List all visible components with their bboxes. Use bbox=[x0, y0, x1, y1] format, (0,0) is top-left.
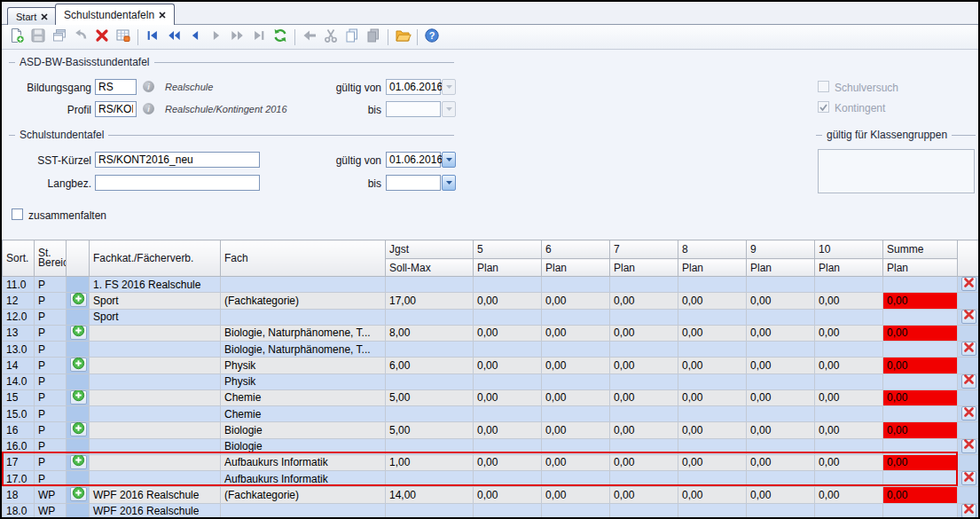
sst-bis-combo[interactable] bbox=[386, 175, 456, 191]
cell-plan-6[interactable]: 0,00 bbox=[542, 325, 610, 342]
subheader-soll-max[interactable]: Soll-Max bbox=[386, 259, 474, 277]
cell-plan-9[interactable]: 0,00 bbox=[747, 454, 815, 471]
cell-plan-5[interactable] bbox=[474, 277, 542, 293]
toolbar-cut-button[interactable] bbox=[320, 27, 341, 48]
chevron-down-icon[interactable] bbox=[442, 152, 456, 168]
cell-plan-6[interactable]: 0,00 bbox=[542, 293, 610, 310]
cell-plan-10[interactable] bbox=[815, 277, 883, 293]
cell-plan-7[interactable]: 0,00 bbox=[610, 325, 678, 342]
cell-plan-8[interactable]: 0,00 bbox=[678, 389, 747, 406]
cell-st-bereich[interactable]: WP bbox=[35, 487, 67, 504]
cell-st-bereich[interactable]: WP bbox=[35, 503, 67, 519]
cell-plan-6[interactable] bbox=[542, 374, 610, 389]
cell-soll-max[interactable]: 17,00 bbox=[386, 293, 474, 310]
zusammenfalten-checkbox[interactable] bbox=[12, 208, 23, 220]
delete-row-button[interactable] bbox=[961, 406, 976, 421]
cell-sort[interactable]: 15.0 bbox=[3, 406, 35, 422]
cell-fachkat[interactable] bbox=[90, 342, 221, 358]
cell-plan-5[interactable] bbox=[474, 309, 542, 325]
add-row-button[interactable] bbox=[70, 358, 87, 372]
cell-soll-max[interactable]: 14,00 bbox=[386, 487, 474, 504]
col-header-jg5[interactable]: 5 bbox=[474, 240, 542, 259]
cell-plan-6[interactable] bbox=[542, 309, 610, 325]
cell-plan-9[interactable] bbox=[747, 406, 815, 422]
toolbar-folder-button[interactable] bbox=[392, 27, 413, 48]
toolbar-go-back-button[interactable] bbox=[299, 27, 320, 48]
toolbar-refresh-button[interactable] bbox=[270, 27, 291, 48]
cell-plan-6[interactable]: 0,00 bbox=[542, 389, 610, 406]
profil-input[interactable] bbox=[95, 101, 137, 117]
cell-plan-9[interactable]: 0,00 bbox=[747, 422, 815, 439]
bildungsgang-input[interactable] bbox=[95, 79, 137, 95]
cell-fachkat[interactable]: 1. FS 2016 Realschule bbox=[90, 277, 221, 293]
cell-plan-9[interactable]: 0,00 bbox=[747, 325, 815, 342]
cell-sort[interactable]: 17 bbox=[3, 454, 35, 471]
cell-plan-9[interactable] bbox=[747, 342, 815, 358]
cell-st-bereich[interactable]: P bbox=[35, 422, 67, 439]
cell-plan-6[interactable]: 0,00 bbox=[542, 454, 610, 471]
col-header-jg8[interactable]: 8 bbox=[678, 240, 747, 259]
cell-summe[interactable]: 0,00 bbox=[883, 487, 958, 504]
cell-fachkat[interactable] bbox=[90, 438, 221, 454]
cell-plan-8[interactable]: 0,00 bbox=[678, 293, 747, 310]
chevron-down-icon[interactable] bbox=[442, 175, 456, 191]
chevron-down-icon[interactable] bbox=[442, 79, 456, 95]
cell-sort[interactable]: 14.0 bbox=[3, 374, 35, 389]
cell-soll-max[interactable]: 5,00 bbox=[386, 389, 474, 406]
cell-plan-7[interactable] bbox=[610, 406, 678, 422]
toolbar-nav-first-button[interactable] bbox=[142, 27, 163, 48]
cell-soll-max[interactable] bbox=[386, 438, 474, 454]
kontingent-checkbox[interactable] bbox=[818, 101, 829, 113]
cell-plan-7[interactable]: 0,00 bbox=[610, 454, 678, 471]
delete-row-button[interactable] bbox=[961, 310, 976, 324]
cell-st-bereich[interactable]: P bbox=[35, 374, 67, 389]
cell-sort[interactable]: 14 bbox=[3, 358, 35, 374]
cell-plan-8[interactable] bbox=[678, 438, 747, 454]
cell-summe[interactable]: 0,00 bbox=[883, 454, 958, 471]
cell-plan-10[interactable]: 0,00 bbox=[815, 454, 883, 471]
cell-plan-6[interactable] bbox=[542, 471, 610, 487]
cell-sort[interactable]: 18.0 bbox=[3, 503, 35, 519]
cell-plan-5[interactable]: 0,00 bbox=[474, 293, 542, 310]
add-row-button[interactable] bbox=[70, 455, 87, 469]
cell-plan-10[interactable]: 0,00 bbox=[815, 358, 883, 374]
cell-plan-7[interactable] bbox=[610, 374, 678, 389]
cell-fachkat[interactable] bbox=[90, 358, 221, 374]
cell-plan-10[interactable]: 0,00 bbox=[815, 422, 883, 439]
cell-plan-8[interactable] bbox=[678, 342, 747, 358]
cell-st-bereich[interactable]: P bbox=[35, 325, 67, 342]
cell-st-bereich[interactable]: P bbox=[35, 342, 67, 358]
toolbar-nav-fast-forward-button[interactable] bbox=[227, 27, 248, 48]
toolbar-nav-back-button[interactable] bbox=[184, 27, 206, 48]
cell-plan-10[interactable] bbox=[815, 503, 883, 519]
cell-plan-8[interactable]: 0,00 bbox=[678, 422, 747, 439]
cell-fach[interactable]: (Fachkategorie) bbox=[221, 487, 386, 504]
cell-st-bereich[interactable]: P bbox=[35, 438, 67, 454]
cell-soll-max[interactable]: 5,00 bbox=[386, 422, 474, 439]
toolbar-nav-last-button[interactable] bbox=[248, 27, 270, 48]
delete-row-button[interactable] bbox=[961, 342, 976, 356]
subheader-plan[interactable]: Plan bbox=[542, 259, 610, 277]
basis-gueltig-von-combo[interactable]: 01.06.2016 bbox=[386, 79, 456, 95]
col-header-jgst[interactable]: Jgst bbox=[386, 240, 474, 259]
cell-st-bereich[interactable]: P bbox=[35, 358, 67, 374]
cell-fach[interactable]: (Fachkategorie) bbox=[221, 293, 386, 310]
cell-plan-6[interactable] bbox=[542, 438, 610, 454]
cell-fach[interactable]: Physik bbox=[221, 358, 386, 374]
cell-fachkat[interactable] bbox=[90, 471, 221, 487]
cell-plan-5[interactable]: 0,00 bbox=[474, 422, 542, 439]
toolbar-paste-button[interactable] bbox=[363, 27, 384, 48]
cell-plan-7[interactable] bbox=[610, 503, 678, 519]
subheader-plan[interactable]: Plan bbox=[678, 259, 747, 277]
cell-plan-9[interactable]: 0,00 bbox=[747, 487, 815, 504]
col-header-jg10[interactable]: 10 bbox=[815, 240, 883, 259]
cell-plan-9[interactable] bbox=[747, 503, 815, 519]
cell-plan-7[interactable] bbox=[610, 438, 678, 454]
basis-gueltig-von-value[interactable]: 01.06.2016 bbox=[386, 79, 441, 95]
cell-plan-5[interactable]: 0,00 bbox=[474, 454, 542, 471]
cell-sort[interactable]: 12.0 bbox=[3, 309, 35, 325]
delete-row-button[interactable] bbox=[961, 277, 976, 291]
cell-soll-max[interactable] bbox=[386, 342, 474, 358]
col-header-sort[interactable]: Sort. bbox=[3, 240, 35, 277]
cell-plan-6[interactable] bbox=[542, 406, 610, 422]
